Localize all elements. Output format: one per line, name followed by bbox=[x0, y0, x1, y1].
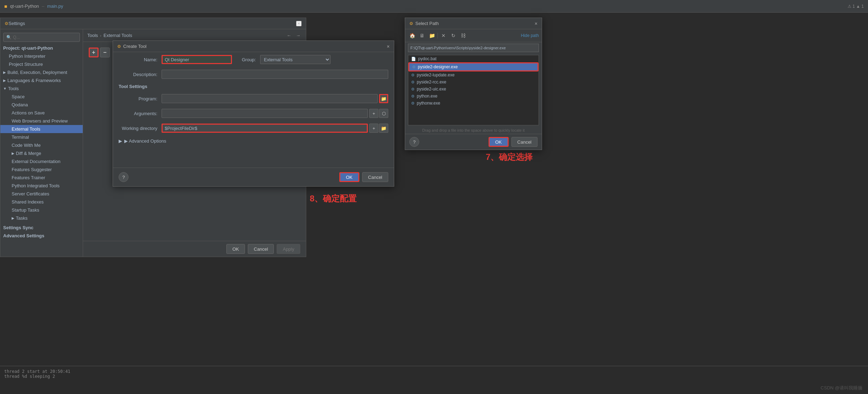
tool-settings-section: Tool Settings bbox=[113, 82, 394, 91]
sidebar-item-features-suggester[interactable]: Features Suggester bbox=[0, 165, 83, 174]
sidebar-group-diff-merge[interactable]: ▶ Diff & Merge bbox=[0, 149, 83, 157]
breadcrumb: Tools › External Tools ← → bbox=[83, 29, 306, 42]
arguments-label: Arguments: bbox=[119, 111, 157, 116]
working-dir-input-group: + 📁 bbox=[162, 124, 388, 133]
settings-apply-button[interactable]: Apply bbox=[277, 244, 300, 254]
sidebar-item-web-browsers[interactable]: Web Browsers and Preview bbox=[0, 117, 83, 125]
arguments-input[interactable] bbox=[162, 109, 368, 118]
path-home-button[interactable]: 🏠 bbox=[408, 31, 416, 40]
working-dir-buttons: + 📁 bbox=[369, 124, 388, 133]
file-item-pyside2-uic[interactable]: ⚙ pyside2-uic.exe bbox=[408, 86, 539, 93]
sidebar-item-advanced-settings[interactable]: Advanced Settings bbox=[0, 232, 83, 240]
create-tool-ok-button[interactable]: OK bbox=[339, 172, 359, 182]
help-button[interactable]: ? bbox=[119, 172, 128, 182]
file-item-pythonw[interactable]: ⚙ pythonw.exe bbox=[408, 100, 539, 107]
file-icon: ⚙ bbox=[411, 101, 415, 106]
program-input[interactable] bbox=[162, 94, 378, 103]
program-input-group: 📁 bbox=[162, 94, 388, 103]
path-link-button[interactable]: ⛓ bbox=[459, 31, 467, 40]
advanced-options-toggle[interactable]: ▶ ▶ Advanced Options bbox=[119, 138, 388, 144]
sidebar-item-shared-indexes[interactable]: Shared Indexes bbox=[0, 198, 83, 206]
group-select[interactable]: External Tools bbox=[260, 55, 331, 64]
sidebar-item-qodana[interactable]: Qodana bbox=[0, 101, 83, 109]
settings-search[interactable]: 🔍 Q... bbox=[3, 33, 80, 42]
working-dir-add-button[interactable]: + bbox=[369, 124, 378, 133]
file-item-pydoc[interactable]: 📄 pydoc.bat bbox=[408, 55, 539, 62]
arguments-expand-button[interactable]: ⬡ bbox=[379, 109, 388, 118]
sidebar-item-external-docs[interactable]: External Documentation bbox=[0, 157, 83, 165]
bottom-line1: thread 2 start at 20:50:41 bbox=[4, 369, 864, 374]
sidebar-item-project-structure[interactable]: Project Structure bbox=[0, 60, 83, 68]
ide-toolbar-right: ⚠ 1 ▲ 1 bbox=[848, 4, 864, 9]
path-delete-button[interactable]: ✕ bbox=[439, 31, 448, 40]
select-path-close-button[interactable]: × bbox=[535, 21, 537, 26]
drag-hint: Drag and drop a file into the space abov… bbox=[405, 127, 542, 134]
tool-name-input[interactable] bbox=[162, 55, 232, 64]
sidebar-item-settings-sync[interactable]: Settings Sync bbox=[0, 224, 83, 232]
settings-cancel-button[interactable]: Cancel bbox=[248, 244, 274, 254]
sidebar-item-terminal[interactable]: Terminal bbox=[0, 133, 83, 141]
sidebar-item-startup-tasks[interactable]: Startup Tasks bbox=[0, 206, 83, 214]
arguments-add-button[interactable]: + bbox=[369, 109, 378, 118]
file-item-pyside2-designer[interactable]: ⚙ pyside2-designer.exe bbox=[408, 62, 539, 71]
select-path-ok-button[interactable]: OK bbox=[489, 137, 509, 147]
sidebar-project-header: Project: qt-uart-Python bbox=[0, 44, 83, 52]
working-dir-browse-button[interactable]: 📁 bbox=[379, 124, 388, 133]
description-input[interactable] bbox=[162, 70, 388, 79]
settings-icon: ⚙ bbox=[5, 21, 8, 26]
create-tool-footer: ? OK Cancel bbox=[113, 168, 394, 186]
sidebar-group-languages[interactable]: ▶ Languages & Frameworks bbox=[0, 76, 83, 85]
sidebar-item-features-trainer[interactable]: Features Trainer bbox=[0, 174, 83, 182]
settings-ok-button[interactable]: OK bbox=[226, 244, 245, 254]
path-new-folder-button[interactable]: 📁 bbox=[428, 31, 436, 40]
file-item-pyside2-lupdate[interactable]: ⚙ pyside2-lupdate.exe bbox=[408, 71, 539, 79]
arguments-row: Arguments: + ⬡ bbox=[113, 106, 394, 121]
name-label: Name: bbox=[119, 57, 157, 62]
sidebar-item-space[interactable]: Space bbox=[0, 93, 83, 101]
create-tool-icon: ⚙ bbox=[117, 44, 121, 49]
path-desktop-button[interactable]: 🖥 bbox=[418, 31, 426, 40]
breadcrumb-back-button[interactable]: ← bbox=[285, 32, 293, 39]
group-label: Group: bbox=[242, 57, 256, 62]
file-icon: ⚙ bbox=[412, 65, 416, 69]
sidebar-group-tools[interactable]: ▼ Tools bbox=[0, 85, 83, 93]
working-dir-label: Working directory bbox=[119, 126, 157, 131]
dialog-spacer bbox=[113, 146, 394, 168]
program-row: Program: 📁 bbox=[113, 91, 394, 106]
path-input[interactable] bbox=[408, 44, 539, 52]
description-row: Description: bbox=[113, 67, 394, 82]
sidebar-item-actions-on-save[interactable]: Actions on Save bbox=[0, 109, 83, 117]
select-path-help-button[interactable]: ? bbox=[409, 137, 419, 147]
settings-close-button[interactable]: × bbox=[296, 21, 302, 26]
watermark: CSDN @请叫我睡腼 bbox=[820, 385, 862, 391]
sidebar-item-server-certificates[interactable]: Server Certificates bbox=[0, 190, 83, 198]
sidebar-group-build[interactable]: ▶ Build, Execution, Deployment bbox=[0, 68, 83, 76]
program-browse-button[interactable]: 📁 bbox=[379, 94, 388, 103]
settings-footer: OK Cancel Apply bbox=[83, 241, 306, 257]
remove-tool-button[interactable]: − bbox=[100, 48, 110, 57]
breadcrumb-forward-button[interactable]: → bbox=[295, 32, 302, 39]
create-tool-dialog: ⚙ Create Tool × Name: Group: External To… bbox=[113, 40, 394, 187]
path-refresh-button[interactable]: ↻ bbox=[449, 31, 458, 40]
sidebar-item-external-tools[interactable]: External Tools bbox=[0, 125, 83, 133]
select-path-footer: ? OK Cancel bbox=[405, 134, 542, 150]
sidebar-item-code-with-me[interactable]: Code With Me bbox=[0, 141, 83, 149]
add-tool-button[interactable]: + bbox=[89, 48, 99, 57]
select-path-cancel-button[interactable]: Cancel bbox=[511, 137, 537, 147]
hide-path-button[interactable]: Hide path bbox=[521, 33, 539, 38]
file-icon: 📄 bbox=[411, 57, 416, 61]
breadcrumb-separator: › bbox=[100, 33, 101, 38]
path-separator1 bbox=[438, 33, 438, 38]
file-item-python[interactable]: ⚙ python.exe bbox=[408, 93, 539, 100]
settings-title: Settings bbox=[8, 21, 25, 26]
sidebar-item-python-interpreter[interactable]: Python Interpreter bbox=[0, 52, 83, 60]
advanced-options-section: ▶ ▶ Advanced Options bbox=[113, 136, 394, 146]
working-dir-input[interactable] bbox=[162, 124, 368, 133]
create-tool-cancel-button[interactable]: Cancel bbox=[362, 172, 388, 182]
bottom-panel: thread 2 start at 20:50:41 thread %d sle… bbox=[0, 366, 868, 394]
create-tool-close-button[interactable]: × bbox=[387, 44, 390, 49]
sidebar-group-tasks[interactable]: ▶ Tasks bbox=[0, 214, 83, 222]
sidebar-item-python-integrated-tools[interactable]: Python Integrated Tools bbox=[0, 182, 83, 190]
file-item-pyside2-rcc[interactable]: ⚙ pyside2-rcc.exe bbox=[408, 79, 539, 86]
ide-project-name: qt-uart-Python bbox=[10, 4, 39, 9]
